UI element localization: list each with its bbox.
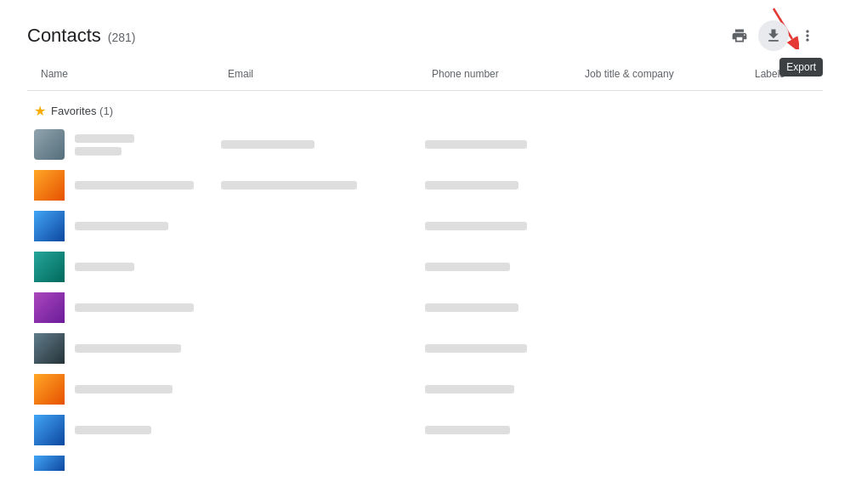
favorites-label: Favorites (1) xyxy=(51,105,113,117)
phone-cell xyxy=(425,303,578,312)
name-blurred xyxy=(75,134,134,143)
header-actions: Export xyxy=(724,20,823,51)
contact-name xyxy=(75,303,194,312)
table-row[interactable] xyxy=(27,287,823,328)
table-row[interactable] xyxy=(27,206,823,246)
name-cell xyxy=(34,292,221,323)
col-phone: Phone number xyxy=(425,65,578,83)
phone-cell xyxy=(425,140,578,149)
contacts-page: Contacts (281) Export Name xyxy=(0,0,850,504)
col-name: Name xyxy=(34,65,221,83)
table-row[interactable] xyxy=(27,124,823,165)
avatar xyxy=(34,415,65,445)
avatar xyxy=(34,252,65,282)
col-email: Email xyxy=(221,65,425,83)
email-cell xyxy=(221,140,425,149)
contact-name xyxy=(75,134,134,156)
more-vert-icon xyxy=(799,27,816,44)
export-tooltip: Export xyxy=(779,58,823,76)
avatar xyxy=(34,129,65,160)
name-cell xyxy=(34,333,221,364)
table-row[interactable] xyxy=(27,246,823,287)
name-cell xyxy=(34,211,221,241)
name-cell xyxy=(34,170,221,201)
contact-name xyxy=(75,426,151,434)
contact-name xyxy=(75,181,194,190)
contact-count: (281) xyxy=(108,31,136,44)
phone-cell xyxy=(425,181,578,190)
phone-cell xyxy=(425,263,578,271)
export-button[interactable] xyxy=(758,20,789,51)
contact-name xyxy=(75,344,181,353)
phone-cell xyxy=(425,385,578,394)
page-title: Contacts xyxy=(27,25,101,47)
export-icon xyxy=(765,27,782,44)
name-cell xyxy=(34,252,221,282)
avatar xyxy=(34,170,65,201)
avatar xyxy=(34,333,65,364)
contact-name xyxy=(75,385,173,394)
table-row[interactable] xyxy=(27,165,823,206)
avatar xyxy=(34,211,65,241)
phone-cell xyxy=(425,426,578,434)
title-wrap: Contacts (281) xyxy=(27,25,136,47)
print-button[interactable] xyxy=(724,20,755,51)
phone-cell xyxy=(425,344,578,353)
name-cell xyxy=(34,374,221,405)
subtitle-blurred xyxy=(75,147,122,156)
star-icon: ★ xyxy=(34,103,46,119)
table-row[interactable] xyxy=(27,369,823,410)
col-jobtitle: Job title & company xyxy=(578,65,748,83)
contact-name xyxy=(75,222,168,230)
name-cell xyxy=(34,129,221,160)
print-icon xyxy=(731,27,748,44)
name-cell xyxy=(34,415,221,445)
name-cell xyxy=(34,456,221,471)
phone-cell xyxy=(425,222,578,230)
table-header: Name Email Phone number Job title & comp… xyxy=(27,65,823,91)
table-row[interactable] xyxy=(27,410,823,450)
more-options-button[interactable] xyxy=(792,20,823,51)
table-row[interactable] xyxy=(27,328,823,369)
page-header: Contacts (281) Export xyxy=(27,20,823,51)
avatar xyxy=(34,456,65,471)
email-cell xyxy=(221,181,425,190)
favorites-section: ★ Favorites (1) xyxy=(27,94,823,124)
contact-name xyxy=(75,263,134,271)
table-row[interactable] xyxy=(27,450,823,476)
avatar xyxy=(34,292,65,323)
avatar xyxy=(34,374,65,405)
